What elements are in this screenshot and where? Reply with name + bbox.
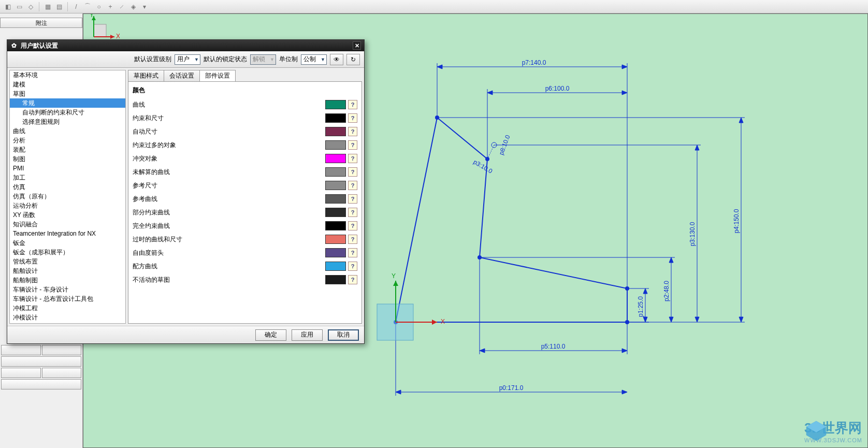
toolbar-icon[interactable]: ▤ bbox=[54, 2, 64, 11]
svg-marker-12 bbox=[622, 65, 627, 69]
tree-node[interactable]: 运动分析 bbox=[10, 201, 125, 210]
color-swatch[interactable] bbox=[325, 100, 346, 109]
tree-node[interactable]: 建模 bbox=[10, 80, 125, 89]
color-swatch[interactable] bbox=[325, 262, 346, 271]
toolbar-icon[interactable]: + bbox=[106, 2, 115, 11]
tree-node[interactable]: 分析 bbox=[10, 136, 125, 145]
color-swatch[interactable] bbox=[325, 208, 346, 217]
category-tree[interactable]: 基本环境建模草图常规自动判断的约束和尺寸选择意图规则曲线分析装配制图PMI加工仿… bbox=[9, 70, 126, 324]
tree-node[interactable]: 常规 bbox=[10, 98, 125, 108]
color-swatch[interactable] bbox=[325, 194, 346, 204]
close-icon[interactable]: ✕ bbox=[353, 41, 361, 50]
tree-node[interactable]: 草图 bbox=[10, 89, 125, 98]
tree-node[interactable]: XY 函数 bbox=[10, 210, 125, 220]
toolbar-icon[interactable]: ⟋ bbox=[117, 2, 126, 11]
color-swatch[interactable] bbox=[325, 154, 346, 163]
color-label: 配方曲线 bbox=[133, 262, 325, 271]
color-row: 自由度箭头? bbox=[133, 246, 357, 259]
toolbar-icon-btn[interactable]: ↻ bbox=[346, 54, 360, 65]
help-icon[interactable]: ? bbox=[348, 100, 357, 109]
svg-marker-46 bbox=[432, 320, 437, 325]
tree-node[interactable]: 车辆设计 - 车身设计 bbox=[10, 285, 125, 294]
color-swatch[interactable] bbox=[325, 127, 346, 136]
tree-node[interactable]: 仿真（原有） bbox=[10, 192, 125, 201]
color-swatch[interactable] bbox=[325, 113, 346, 123]
unit-label: 单位制 bbox=[279, 55, 298, 64]
tree-node[interactable]: 加工 bbox=[10, 173, 125, 182]
toolbar-icon[interactable]: / bbox=[71, 2, 81, 11]
panel-btn[interactable] bbox=[42, 345, 82, 355]
tree-node[interactable]: 基本环境 bbox=[10, 70, 125, 80]
tree-node[interactable]: 选择意图规则 bbox=[10, 117, 125, 126]
help-icon[interactable]: ? bbox=[348, 154, 357, 163]
toolbar-icon[interactable]: ⌒ bbox=[83, 2, 92, 11]
color-label: 部分约束曲线 bbox=[133, 208, 325, 217]
ok-button[interactable]: 确定 bbox=[255, 329, 286, 341]
tree-node[interactable]: 船舶设计 bbox=[10, 266, 125, 276]
tree-node[interactable]: 知识融合 bbox=[10, 220, 125, 229]
tree-node[interactable]: 曲线 bbox=[10, 126, 125, 136]
help-icon[interactable]: ? bbox=[348, 194, 357, 204]
tree-node[interactable]: 管线布置 bbox=[10, 257, 125, 266]
color-swatch[interactable] bbox=[325, 140, 346, 150]
tree-node[interactable]: PMI bbox=[10, 164, 125, 173]
svg-line-7 bbox=[487, 145, 494, 159]
settings-tabs: 草图样式会话设置部件设置 bbox=[128, 70, 362, 81]
help-icon[interactable]: ? bbox=[348, 235, 357, 244]
level-select[interactable]: 用户 bbox=[175, 54, 200, 65]
help-icon[interactable]: ? bbox=[348, 275, 357, 284]
panel-btn[interactable] bbox=[42, 368, 82, 378]
tree-node[interactable]: 仿真 bbox=[10, 182, 125, 192]
dim-p6: p6:100.0 bbox=[545, 85, 570, 92]
settings-tab[interactable]: 会话设置 bbox=[164, 70, 200, 81]
help-icon[interactable]: ? bbox=[348, 181, 357, 190]
svg-marker-11 bbox=[437, 65, 442, 69]
settings-tab[interactable]: 部件设置 bbox=[199, 70, 236, 81]
panel-btn[interactable] bbox=[1, 345, 41, 355]
apply-button[interactable]: 应用 bbox=[292, 329, 323, 341]
svg-marker-20 bbox=[480, 349, 485, 353]
color-swatch[interactable] bbox=[325, 275, 346, 284]
tree-node[interactable]: 冲模设计 bbox=[10, 313, 125, 322]
toolbar-icon[interactable]: ▭ bbox=[15, 2, 24, 11]
tree-node[interactable]: 自动判断的约束和尺寸 bbox=[10, 108, 125, 117]
help-icon[interactable]: ? bbox=[348, 167, 357, 177]
help-icon[interactable]: ? bbox=[348, 262, 357, 271]
cancel-button[interactable]: 取消 bbox=[328, 329, 359, 341]
help-icon[interactable]: ? bbox=[348, 221, 357, 230]
settings-tab[interactable]: 草图样式 bbox=[128, 70, 164, 81]
color-swatch[interactable] bbox=[325, 167, 346, 177]
tree-node[interactable]: 冲模工程 bbox=[10, 304, 125, 313]
panel-btn[interactable] bbox=[1, 356, 81, 367]
dialog-titlebar[interactable]: ✿ 用户默认设置 ✕ bbox=[7, 40, 364, 51]
level-label: 默认设置级别 bbox=[134, 55, 171, 64]
toolbar-icon[interactable]: ▾ bbox=[140, 2, 149, 11]
toolbar-icon[interactable]: ◈ bbox=[128, 2, 138, 11]
toolbar-icon[interactable]: ▦ bbox=[43, 2, 52, 11]
toolbar-icon[interactable]: ○ bbox=[94, 2, 104, 11]
tree-node[interactable]: 车辆设计 - 总布置设计工具包 bbox=[10, 294, 125, 304]
tree-node[interactable]: 钣金 bbox=[10, 238, 125, 248]
help-icon[interactable]: ? bbox=[348, 140, 357, 150]
help-icon[interactable]: ? bbox=[348, 113, 357, 123]
tree-node[interactable]: 钣金（成形和展平） bbox=[10, 248, 125, 257]
panel-btn[interactable] bbox=[1, 379, 81, 389]
help-icon[interactable]: ? bbox=[348, 248, 357, 257]
color-label: 未解算的曲线 bbox=[133, 168, 325, 177]
panel-btn[interactable] bbox=[1, 368, 41, 378]
color-swatch[interactable] bbox=[325, 221, 346, 230]
color-swatch[interactable] bbox=[325, 181, 346, 190]
tree-node[interactable]: 船舶制图 bbox=[10, 276, 125, 285]
resource-tab[interactable]: 附注 bbox=[0, 18, 82, 28]
unit-select[interactable]: 公制 bbox=[301, 54, 327, 65]
color-swatch[interactable] bbox=[325, 235, 346, 244]
tree-node[interactable]: Teamcenter Integration for NX bbox=[10, 229, 125, 238]
tree-node[interactable]: 装配 bbox=[10, 145, 125, 154]
tree-node[interactable]: 制图 bbox=[10, 154, 125, 164]
toolbar-icon[interactable]: ◧ bbox=[3, 2, 12, 11]
toolbar-icon-btn[interactable]: 👁 bbox=[330, 54, 343, 65]
help-icon[interactable]: ? bbox=[348, 208, 357, 217]
help-icon[interactable]: ? bbox=[348, 127, 357, 136]
color-swatch[interactable] bbox=[325, 248, 346, 257]
toolbar-icon[interactable]: ◇ bbox=[26, 2, 35, 11]
